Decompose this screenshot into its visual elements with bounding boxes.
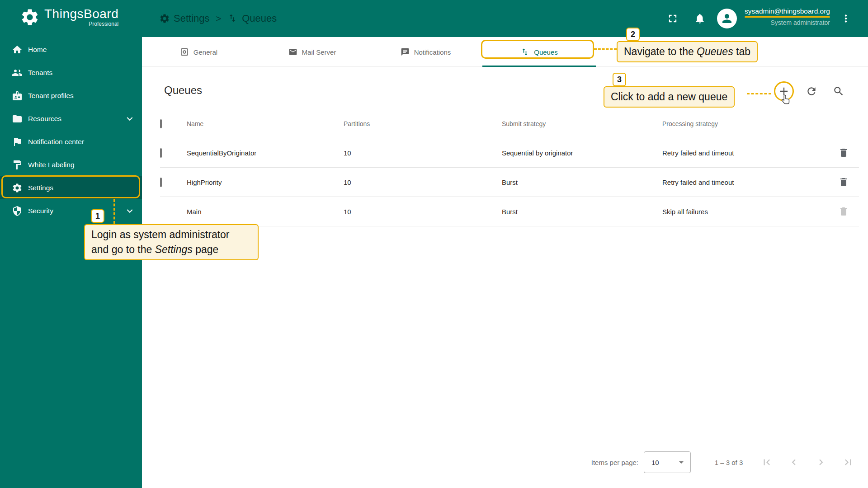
- queues-icon: [227, 13, 238, 24]
- table-row[interactable]: Main 10 Burst Skip all failures: [160, 197, 859, 226]
- prev-page-button: [783, 451, 805, 473]
- sidebar-item-home[interactable]: Home: [0, 38, 142, 61]
- person-icon: [720, 12, 734, 25]
- cell-partitions: 10: [344, 149, 502, 157]
- notifications-button[interactable]: [691, 9, 709, 28]
- chat-icon: [401, 47, 410, 56]
- breadcrumb-queues[interactable]: Queues: [227, 13, 277, 24]
- refresh-button[interactable]: [802, 82, 821, 100]
- items-per-page-label: Items per page:: [591, 459, 638, 466]
- queues-icon: [520, 47, 529, 56]
- more-vert-icon: [840, 13, 852, 24]
- breadcrumb-separator: >: [214, 14, 223, 24]
- chevron-right-icon: [815, 456, 827, 468]
- fullscreen-icon: [666, 12, 679, 25]
- sidebar-item-resources[interactable]: Resources: [0, 107, 142, 130]
- items-per-page-select[interactable]: 10: [644, 451, 691, 473]
- search-icon: [833, 85, 844, 97]
- sidebar-item-label: Tenants: [28, 69, 52, 77]
- cell-name: HighPriority: [187, 178, 344, 186]
- chevron-left-icon: [788, 456, 800, 468]
- chevron-down-icon[interactable]: [124, 113, 136, 125]
- fullscreen-button[interactable]: [664, 9, 682, 28]
- add-queue-button[interactable]: [775, 82, 793, 100]
- refresh-icon: [806, 85, 817, 97]
- sidebar-item-label: Resources: [28, 115, 61, 123]
- sidebar-item-notification-center[interactable]: Notification center: [0, 130, 142, 153]
- tab-label: General: [193, 48, 217, 56]
- cell-submit-strategy: Sequential by originator: [502, 149, 662, 157]
- delete-button[interactable]: [835, 173, 853, 191]
- sidebar-item-white-labeling[interactable]: White Labeling: [0, 153, 142, 176]
- tab-label: Mail Server: [302, 48, 336, 56]
- cell-processing-strategy: Retry failed and timeout: [662, 149, 832, 157]
- pagination: Items per page: 10 1 – 3 of 3: [591, 449, 859, 475]
- paint-icon: [12, 160, 23, 170]
- logo-subtitle: Professional: [89, 21, 118, 27]
- sidebar-item-settings[interactable]: Settings: [0, 176, 142, 199]
- tab-queues[interactable]: Queues: [482, 37, 596, 67]
- cell-submit-strategy: Burst: [502, 208, 662, 216]
- breadcrumb: Settings > Queues: [159, 0, 277, 37]
- breadcrumb-section-label: Settings: [174, 13, 210, 24]
- pagination-range-label: 1 – 3 of 3: [707, 459, 750, 466]
- table-header-row: Name Partitions Submit strategy Processi…: [160, 109, 859, 138]
- sidebar-item-tenant-profiles[interactable]: Tenant profiles: [0, 84, 142, 107]
- avatar[interactable]: [717, 9, 737, 28]
- gear-icon: [12, 183, 23, 193]
- cell-name: SequentialByOriginator: [187, 149, 344, 157]
- column-header-submit-strategy: Submit strategy: [502, 120, 662, 127]
- badge-icon: [12, 90, 23, 101]
- table-row[interactable]: SequentialByOriginator 10 Sequential by …: [160, 138, 859, 168]
- row-checkbox[interactable]: [160, 178, 162, 187]
- cell-processing-strategy: Retry failed and timeout: [662, 178, 832, 186]
- tab-general[interactable]: General: [142, 37, 255, 67]
- tab-notifications[interactable]: Notifications: [369, 37, 482, 67]
- cell-partitions: 10: [344, 208, 502, 216]
- breadcrumb-page-label: Queues: [242, 13, 277, 24]
- cell-submit-strategy: Burst: [502, 178, 662, 186]
- search-button[interactable]: [830, 82, 848, 100]
- page-title: Queues: [164, 84, 202, 97]
- row-checkbox[interactable]: [160, 148, 162, 158]
- bell-icon: [694, 13, 706, 24]
- column-header-name: Name: [187, 120, 344, 127]
- column-header-partitions: Partitions: [344, 120, 502, 127]
- arrow-drop-down-icon: [676, 457, 687, 468]
- cell-name: Main: [187, 208, 344, 216]
- tab-label: Queues: [534, 48, 558, 56]
- user-info: sysadmin@thingsboard.org System administ…: [745, 7, 830, 27]
- sidebar-item-label: Home: [28, 46, 47, 54]
- select-all-checkbox[interactable]: [160, 119, 162, 128]
- general-settings-icon: [180, 47, 189, 56]
- tab-mail-server[interactable]: Mail Server: [255, 37, 369, 67]
- sidebar-item-security[interactable]: Security: [0, 199, 142, 222]
- sidebar-item-label: Security: [28, 207, 53, 215]
- last-page-icon: [842, 456, 854, 468]
- people-icon: [12, 67, 23, 78]
- column-header-processing-strategy: Processing strategy: [662, 120, 832, 127]
- chevron-down-icon[interactable]: [124, 205, 136, 217]
- user-menu-button[interactable]: [837, 9, 855, 28]
- user-email: sysadmin@thingsboard.org: [745, 7, 830, 16]
- main-content: General Mail Server Notifications Queues: [142, 37, 868, 488]
- sidebar-item-label: Notification center: [28, 138, 84, 146]
- breadcrumb-settings[interactable]: Settings: [159, 13, 210, 24]
- active-tab-indicator: [482, 66, 596, 67]
- delete-button[interactable]: [835, 144, 853, 162]
- user-email-underline: [745, 16, 830, 18]
- last-page-button: [837, 451, 859, 473]
- first-page-icon: [761, 456, 773, 468]
- cell-partitions: 10: [344, 178, 502, 186]
- table-row[interactable]: HighPriority 10 Burst Retry failed and t…: [160, 168, 859, 197]
- sidebar-item-tenants[interactable]: Tenants: [0, 61, 142, 84]
- mail-icon: [288, 47, 297, 56]
- sidebar-nav: Home Tenants Tenant profiles Resources N…: [0, 38, 142, 222]
- sidebar-item-label: Settings: [28, 184, 53, 192]
- sidebar-item-label: White Labeling: [28, 161, 75, 169]
- first-page-button: [756, 451, 778, 473]
- trash-icon: [838, 177, 849, 188]
- logo: ThingsBoard Professional: [20, 7, 118, 27]
- thingsboard-logo-icon: [20, 7, 40, 27]
- delete-button-disabled: [835, 202, 853, 221]
